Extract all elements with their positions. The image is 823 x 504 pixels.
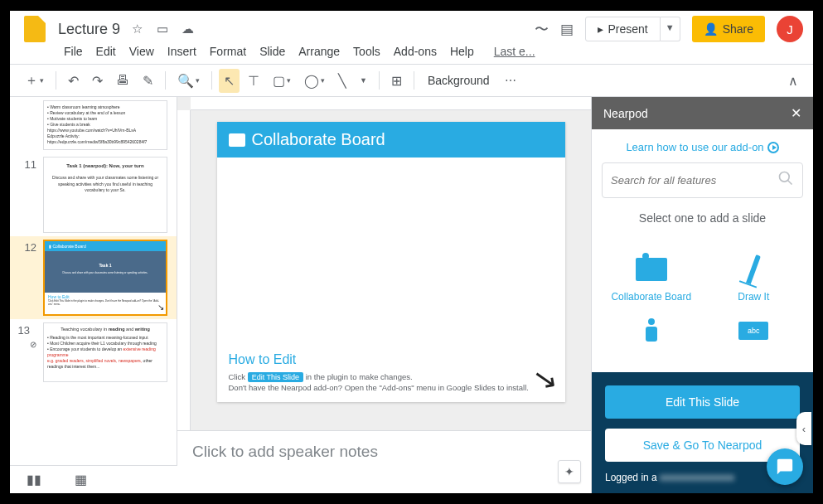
app-window: Lecture 9 ☆ ▭ ☁ 〜 ▤ ▸ Present ▼ 👤 Share [10,11,813,493]
toolbar: ＋ ↶ ↷ 🖶 ✎ 🔍 ↖ ⊤ ▢ ◯ ╲ ▼ ⊞ Background ⋯ ∧ [10,64,813,97]
feature-collaborate-board[interactable]: Collaborate Board [610,253,693,303]
account-avatar[interactable]: J [777,16,803,42]
search-input[interactable] [611,174,777,187]
share-button[interactable]: 👤 Share [692,16,765,42]
menu-edit[interactable]: Edit [90,41,122,61]
link-icon: ⊘ [13,340,36,349]
slide-canvas[interactable]: Collaborate Board Task 1 Discuss and sha… [217,122,565,402]
slide-header: Collaborate Board [217,122,565,158]
slides-logo[interactable] [20,14,50,44]
activity-icon[interactable]: 〜 [535,20,549,39]
menu-slide[interactable]: Slide [254,41,291,61]
zoom-button[interactable]: 🔍 [172,69,205,93]
search-icon [777,170,794,191]
select-tool[interactable]: ↖ [219,69,240,93]
feature-poll[interactable] [610,314,693,352]
svg-line-1 [788,181,792,185]
vertical-ruler [177,110,191,430]
prompt-text: Select one to add a slide [592,208,813,236]
title-bar: Lecture 9 ☆ ▭ ☁ 〜 ▤ ▸ Present ▼ 👤 Share [10,11,813,41]
nearpod-sidepanel: Nearpod ✕ Learn how to use our add-on Se… [591,97,813,493]
menu-help[interactable]: Help [444,41,480,61]
line-dd[interactable]: ▼ [355,72,372,89]
move-icon[interactable]: ▭ [157,22,168,36]
menu-file[interactable]: File [58,41,89,61]
horizontal-ruler [191,97,591,110]
comment-button[interactable]: ⊞ [386,69,407,93]
explore-button[interactable]: ✦ [558,460,581,483]
grid-view-icon[interactable]: ▦ [75,472,87,487]
canvas-area: Collaborate Board Task 1 Discuss and sha… [177,97,591,493]
board-icon [229,133,245,147]
thumbnail-12[interactable]: 12 ▮ Collaborate Board Task 1 Discuss an… [10,236,177,319]
filmstrip-view-toggle: ▮▮ ▦ [10,465,177,493]
learn-link[interactable]: Learn how to use our add-on [592,129,813,162]
more-tools-button[interactable]: ⋯ [500,70,521,91]
textbox-tool[interactable]: ⊤ [243,69,264,93]
print-button[interactable]: 🖶 [111,69,134,92]
arrow-icon: ↘ [530,361,559,397]
speaker-notes[interactable]: Click to add speaker notes ✦ [177,430,591,493]
present-dropdown[interactable]: ▼ [661,17,680,41]
image-tool[interactable]: ▢ [268,69,296,93]
last-edit-link[interactable]: Last e... [488,41,541,61]
list-view-icon[interactable]: ▮▮ [27,472,41,487]
background-button[interactable]: Background [421,70,496,90]
doc-title[interactable]: Lecture 9 [58,21,120,38]
close-icon[interactable]: ✕ [791,105,801,121]
new-slide-button[interactable]: ＋ [20,68,49,94]
redo-button[interactable]: ↷ [87,69,108,93]
feature-fill-blank[interactable]: abc [712,314,795,352]
undo-button[interactable]: ↶ [63,69,84,93]
edit-slide-button[interactable]: Edit This Slide [605,385,800,419]
menu-view[interactable]: View [123,41,160,61]
thumbnail-13[interactable]: 13 ⊘ Teaching vocabulary in reading and … [10,319,177,385]
person-icon: 👤 [704,22,718,36]
svg-point-0 [780,172,790,182]
collapse-toolbar-button[interactable]: ∧ [783,69,803,93]
shape-tool[interactable]: ◯ [299,69,330,93]
comments-icon[interactable]: ▤ [560,21,574,38]
menu-bar: File Edit View Insert Format Slide Arran… [10,41,813,64]
sidepanel-footer: Edit This Slide Save & Go To Nearpod Log… [592,372,813,493]
slide-body: Task 1 Discuss and share with your class… [217,158,565,344]
menu-format[interactable]: Format [204,41,252,61]
slide-footer: How to Edit Click Edit This Slide in the… [217,344,565,402]
star-icon[interactable]: ☆ [132,22,143,36]
thumbnail-11[interactable]: 11 Task 1 (nearpod): Now, your turn Disc… [10,153,177,236]
peek-button[interactable]: ‹ [796,412,811,445]
line-tool[interactable]: ╲ [333,69,351,93]
present-button[interactable]: ▸ Present [585,17,661,41]
search-box[interactable] [602,162,803,198]
paint-format-button[interactable]: ✎ [138,69,158,93]
sidepanel-header: Nearpod ✕ [592,97,813,129]
menu-insert[interactable]: Insert [162,41,202,61]
filmstrip[interactable]: • Warm classroom learning atmosphere • R… [10,97,177,465]
workspace: • Warm classroom learning atmosphere • R… [10,97,813,493]
intercom-button[interactable] [767,448,803,485]
thumbnail-10[interactable]: • Warm classroom learning atmosphere • R… [10,97,177,153]
menu-tools[interactable]: Tools [347,41,386,61]
menu-arrange[interactable]: Arrange [293,41,346,61]
feature-draw-it[interactable]: Draw It [712,253,795,303]
play-icon [767,142,779,153]
cloud-icon[interactable]: ☁ [182,22,194,36]
menu-addons[interactable]: Add-ons [388,41,443,61]
play-icon: ▸ [598,22,603,36]
